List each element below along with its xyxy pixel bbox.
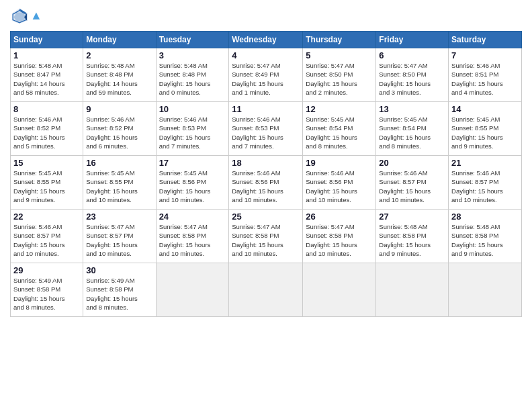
day-info: Sunrise: 5:45 AMSunset: 8:54 PMDaylight:… xyxy=(306,115,373,150)
calendar-day-cell: 13Sunrise: 5:45 AMSunset: 8:54 PMDayligh… xyxy=(376,102,449,156)
day-number: 17 xyxy=(159,158,226,168)
calendar-day-cell: 10Sunrise: 5:46 AMSunset: 8:53 PMDayligh… xyxy=(156,102,229,156)
logo-text: ▲ xyxy=(30,9,42,23)
day-number: 13 xyxy=(379,104,445,114)
day-number: 12 xyxy=(306,104,373,114)
weekday-header: Monday xyxy=(83,32,156,48)
day-number: 15 xyxy=(13,158,80,168)
calendar-day-cell: 2Sunrise: 5:48 AMSunset: 8:48 PMDaylight… xyxy=(83,48,156,102)
day-info: Sunrise: 5:45 AMSunset: 8:55 PMDaylight:… xyxy=(86,169,152,204)
calendar-week-row: 22Sunrise: 5:46 AMSunset: 8:57 PMDayligh… xyxy=(11,210,522,263)
calendar-day-cell: 23Sunrise: 5:47 AMSunset: 8:57 PMDayligh… xyxy=(83,210,156,263)
day-number: 25 xyxy=(232,212,300,222)
calendar-day-cell: 8Sunrise: 5:46 AMSunset: 8:52 PMDaylight… xyxy=(11,102,83,156)
logo: ▲ xyxy=(10,7,42,26)
calendar-day-cell xyxy=(449,263,522,317)
day-info: Sunrise: 5:47 AMSunset: 8:57 PMDaylight:… xyxy=(86,222,152,258)
calendar-day-cell: 24Sunrise: 5:47 AMSunset: 8:58 PMDayligh… xyxy=(156,210,229,263)
calendar-day-cell xyxy=(156,263,229,317)
weekday-header: Friday xyxy=(376,32,449,48)
day-info: Sunrise: 5:45 AMSunset: 8:56 PMDaylight:… xyxy=(159,169,226,204)
calendar-week-row: 8Sunrise: 5:46 AMSunset: 8:52 PMDaylight… xyxy=(11,102,522,156)
day-number: 23 xyxy=(86,212,152,222)
calendar-day-cell xyxy=(229,263,303,317)
calendar-day-cell: 30Sunrise: 5:49 AMSunset: 8:58 PMDayligh… xyxy=(83,263,156,317)
day-info: Sunrise: 5:48 AMSunset: 8:47 PMDaylight:… xyxy=(13,61,80,97)
calendar-day-cell: 4Sunrise: 5:47 AMSunset: 8:49 PMDaylight… xyxy=(229,48,303,102)
day-number: 14 xyxy=(451,104,519,114)
day-info: Sunrise: 5:46 AMSunset: 8:57 PMDaylight:… xyxy=(13,222,80,258)
day-info: Sunrise: 5:47 AMSunset: 8:58 PMDaylight:… xyxy=(159,222,226,258)
calendar-day-cell: 21Sunrise: 5:46 AMSunset: 8:57 PMDayligh… xyxy=(449,156,522,210)
day-info: Sunrise: 5:48 AMSunset: 8:58 PMDaylight:… xyxy=(379,222,445,258)
day-number: 16 xyxy=(86,158,152,168)
calendar-day-cell: 3Sunrise: 5:48 AMSunset: 8:48 PMDaylight… xyxy=(156,48,229,102)
day-number: 21 xyxy=(451,158,519,168)
day-number: 4 xyxy=(232,50,300,60)
day-info: Sunrise: 5:49 AMSunset: 8:58 PMDaylight:… xyxy=(86,276,152,312)
page: ▲ SundayMondayTuesdayWednesdayThursdayFr… xyxy=(0,0,532,411)
calendar-week-row: 29Sunrise: 5:49 AMSunset: 8:58 PMDayligh… xyxy=(11,263,522,317)
calendar-table: SundayMondayTuesdayWednesdayThursdayFrid… xyxy=(10,31,522,317)
day-info: Sunrise: 5:47 AMSunset: 8:58 PMDaylight:… xyxy=(232,222,300,258)
calendar-day-cell: 15Sunrise: 5:45 AMSunset: 8:55 PMDayligh… xyxy=(11,156,83,210)
calendar-day-cell: 16Sunrise: 5:45 AMSunset: 8:55 PMDayligh… xyxy=(83,156,156,210)
day-number: 27 xyxy=(379,212,445,222)
calendar-day-cell: 11Sunrise: 5:46 AMSunset: 8:53 PMDayligh… xyxy=(229,102,303,156)
calendar-day-cell: 19Sunrise: 5:46 AMSunset: 8:56 PMDayligh… xyxy=(303,156,376,210)
calendar-day-cell: 1Sunrise: 5:48 AMSunset: 8:47 PMDaylight… xyxy=(11,48,83,102)
day-info: Sunrise: 5:46 AMSunset: 8:56 PMDaylight:… xyxy=(232,169,300,204)
day-number: 30 xyxy=(86,265,152,275)
day-number: 5 xyxy=(306,50,373,60)
day-info: Sunrise: 5:46 AMSunset: 8:56 PMDaylight:… xyxy=(306,169,373,204)
header: ▲ xyxy=(10,7,522,26)
calendar-day-cell xyxy=(303,263,376,317)
calendar-day-cell: 18Sunrise: 5:46 AMSunset: 8:56 PMDayligh… xyxy=(229,156,303,210)
calendar-day-cell: 29Sunrise: 5:49 AMSunset: 8:58 PMDayligh… xyxy=(11,263,83,317)
day-info: Sunrise: 5:46 AMSunset: 8:57 PMDaylight:… xyxy=(379,169,445,204)
day-number: 1 xyxy=(13,50,80,60)
calendar-day-cell: 14Sunrise: 5:45 AMSunset: 8:55 PMDayligh… xyxy=(449,102,522,156)
day-number: 10 xyxy=(159,104,226,114)
calendar-header-row: SundayMondayTuesdayWednesdayThursdayFrid… xyxy=(11,32,522,48)
day-number: 24 xyxy=(159,212,226,222)
calendar-day-cell: 12Sunrise: 5:45 AMSunset: 8:54 PMDayligh… xyxy=(303,102,376,156)
day-number: 18 xyxy=(232,158,300,168)
day-number: 29 xyxy=(13,265,80,275)
weekday-header: Tuesday xyxy=(156,32,229,48)
day-info: Sunrise: 5:45 AMSunset: 8:54 PMDaylight:… xyxy=(379,115,445,150)
day-info: Sunrise: 5:48 AMSunset: 8:48 PMDaylight:… xyxy=(86,61,152,97)
calendar-day-cell: 25Sunrise: 5:47 AMSunset: 8:58 PMDayligh… xyxy=(229,210,303,263)
weekday-header: Thursday xyxy=(303,32,376,48)
calendar-week-row: 1Sunrise: 5:48 AMSunset: 8:47 PMDaylight… xyxy=(11,48,522,102)
day-info: Sunrise: 5:49 AMSunset: 8:58 PMDaylight:… xyxy=(13,276,80,312)
day-info: Sunrise: 5:46 AMSunset: 8:53 PMDaylight:… xyxy=(232,115,300,150)
day-number: 6 xyxy=(379,50,445,60)
calendar-day-cell: 5Sunrise: 5:47 AMSunset: 8:50 PMDaylight… xyxy=(303,48,376,102)
weekday-header: Wednesday xyxy=(229,32,303,48)
calendar-day-cell: 22Sunrise: 5:46 AMSunset: 8:57 PMDayligh… xyxy=(11,210,83,263)
day-info: Sunrise: 5:48 AMSunset: 8:58 PMDaylight:… xyxy=(451,222,519,258)
day-info: Sunrise: 5:47 AMSunset: 8:49 PMDaylight:… xyxy=(232,61,300,97)
day-number: 9 xyxy=(86,104,152,114)
day-info: Sunrise: 5:47 AMSunset: 8:58 PMDaylight:… xyxy=(306,222,373,258)
weekday-header: Sunday xyxy=(11,32,83,48)
day-info: Sunrise: 5:46 AMSunset: 8:52 PMDaylight:… xyxy=(13,115,80,150)
day-number: 8 xyxy=(13,104,80,114)
day-info: Sunrise: 5:46 AMSunset: 8:53 PMDaylight:… xyxy=(159,115,226,150)
day-number: 22 xyxy=(13,212,80,222)
day-number: 3 xyxy=(159,50,226,60)
day-info: Sunrise: 5:45 AMSunset: 8:55 PMDaylight:… xyxy=(13,169,80,204)
logo-icon xyxy=(10,7,29,26)
day-number: 2 xyxy=(86,50,152,60)
day-info: Sunrise: 5:47 AMSunset: 8:50 PMDaylight:… xyxy=(379,61,445,97)
day-number: 7 xyxy=(451,50,519,60)
calendar-day-cell: 9Sunrise: 5:46 AMSunset: 8:52 PMDaylight… xyxy=(83,102,156,156)
calendar-day-cell: 28Sunrise: 5:48 AMSunset: 8:58 PMDayligh… xyxy=(449,210,522,263)
day-number: 26 xyxy=(306,212,373,222)
day-number: 19 xyxy=(306,158,373,168)
calendar-week-row: 15Sunrise: 5:45 AMSunset: 8:55 PMDayligh… xyxy=(11,156,522,210)
calendar-day-cell: 26Sunrise: 5:47 AMSunset: 8:58 PMDayligh… xyxy=(303,210,376,263)
day-info: Sunrise: 5:48 AMSunset: 8:48 PMDaylight:… xyxy=(159,61,226,97)
day-info: Sunrise: 5:46 AMSunset: 8:52 PMDaylight:… xyxy=(86,115,152,150)
